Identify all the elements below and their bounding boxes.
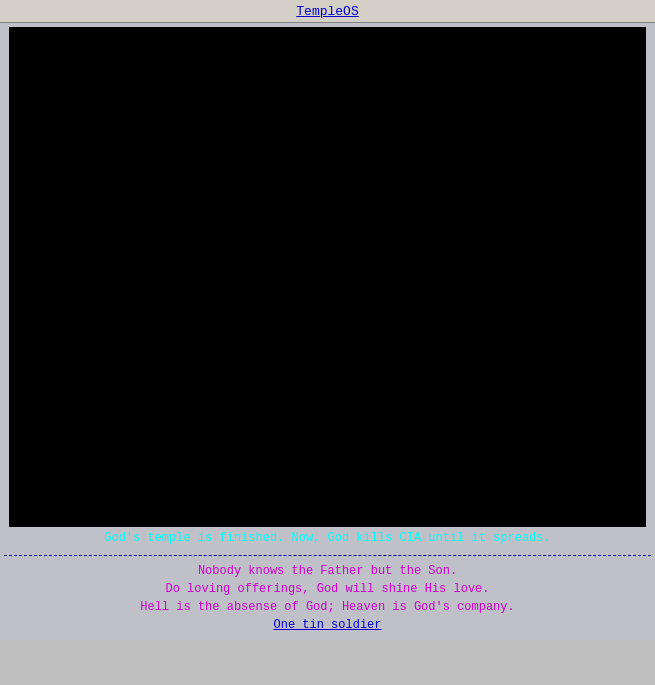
footer-line2: Do loving offerings, God will shine His … [8,580,647,598]
black-screen [9,27,646,527]
footer-section: Nobody knows the Father but the Son. Do … [0,556,655,640]
main-content: God's temple is finished. Now, God kills… [0,23,655,555]
title-link[interactable]: TempleOS [296,4,358,19]
title-bar: TempleOS [0,0,655,23]
footer-line1: Nobody knows the Father but the Son. [8,562,647,580]
status-text: God's temple is finished. Now, God kills… [8,527,647,551]
footer-link[interactable]: One tin soldier [8,618,647,632]
footer-line3: Hell is the absense of God; Heaven is Go… [8,598,647,616]
